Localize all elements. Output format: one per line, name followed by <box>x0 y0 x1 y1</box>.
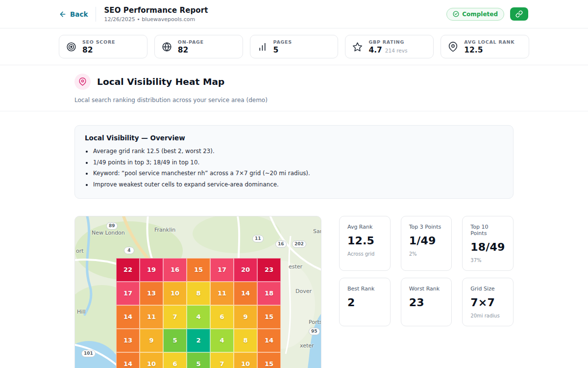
heatmap-cell[interactable]: 7 <box>210 352 234 368</box>
stat-card-pages: PAGES 5 <box>250 35 339 58</box>
stat-card-on-page: ON-PAGE 82 <box>154 35 243 58</box>
metric-label: Worst Rank <box>409 286 444 292</box>
overview-bullet: Keyword: “pool service manchester nh” ac… <box>85 169 503 178</box>
top-bar: Back SEO Performance Report 12/26/2025 •… <box>0 0 588 28</box>
metric-sub: Across grid <box>347 251 382 257</box>
heatmap-cell[interactable]: 15 <box>257 305 281 329</box>
heatmap-cell[interactable]: 14 <box>234 282 257 305</box>
share-link-button[interactable] <box>510 7 528 21</box>
globe-icon <box>162 42 172 52</box>
heatmap-cell[interactable]: 15 <box>257 352 281 368</box>
heatmap-cell[interactable]: 7 <box>163 305 187 329</box>
metric-value: 12.5 <box>347 235 382 247</box>
heatmap-cell[interactable]: 18 <box>257 282 281 305</box>
back-button[interactable]: Back <box>59 10 88 18</box>
metric-label: Top 3 Points <box>409 224 444 230</box>
heatmap-map[interactable]: New LondonFranklinSanfortesterDoverHillP… <box>74 216 321 368</box>
heatmap-cell[interactable]: 15 <box>187 258 210 282</box>
overview-bullet-list: Average grid rank 12.5 (best 2, worst 23… <box>85 147 503 189</box>
location-pin-icon <box>74 74 91 90</box>
route-badge: 89 <box>106 222 118 230</box>
heatmap-cell[interactable]: 23 <box>257 258 281 282</box>
map-town-label: New London <box>92 230 125 236</box>
stat-label: GBP RATING <box>368 39 407 45</box>
metric-card-worst-rank: Worst Rank 23 <box>401 278 452 326</box>
heatmap-cell[interactable]: 19 <box>140 258 163 282</box>
map-town-label: xeter <box>300 342 314 349</box>
heatmap-cell[interactable]: 6 <box>210 305 234 329</box>
metric-card-top10: Top 10 Points 18/49 37% <box>462 216 514 271</box>
heatmap-cell[interactable]: 16 <box>163 258 187 282</box>
metric-sub: 2% <box>409 251 444 257</box>
heatmap-cell[interactable]: 2 <box>187 329 210 352</box>
route-badge: 202 <box>292 240 306 248</box>
route-badge: 4 <box>124 247 134 254</box>
check-circle-icon <box>453 11 459 17</box>
metric-value: 7×7 <box>470 296 505 309</box>
map-town-label: Sanf <box>313 228 321 235</box>
heatmap-cell[interactable]: 13 <box>116 329 140 352</box>
stat-value: 5 <box>273 46 279 54</box>
map-town-label: Franklin <box>154 227 175 233</box>
stat-card-seo-score: SEO SCORE 82 <box>59 35 147 58</box>
back-label: Back <box>70 10 88 18</box>
overview-bullet: Average grid rank 12.5 (best 2, worst 23… <box>85 147 503 156</box>
stats-bar: SEO SCORE 82 ON-PAGE 82 PAGES 5 <box>0 28 588 65</box>
heatmap-cell[interactable]: 11 <box>140 305 163 329</box>
stat-value: 82 <box>178 46 189 54</box>
stat-value: 82 <box>82 46 93 54</box>
heatmap-cell[interactable]: 6 <box>163 352 187 368</box>
target-icon <box>66 42 76 52</box>
route-badge: 95 <box>309 328 320 335</box>
link-icon <box>515 10 523 18</box>
overview-bullet: Improve weakest outer cells to expand se… <box>85 181 503 189</box>
map-town-label: Dover <box>295 288 312 294</box>
heatmap-cell[interactable]: 8 <box>234 329 257 352</box>
heatmap-cell[interactable]: 5 <box>187 352 210 368</box>
stat-value: 12.5 <box>464 46 483 54</box>
heatmap-cell[interactable]: 4 <box>187 305 210 329</box>
overview-title: Local Visibility — Overview <box>85 134 503 142</box>
stat-label: PAGES <box>273 39 292 45</box>
page-title: SEO Performance Report <box>104 6 208 15</box>
header-divider <box>96 7 96 22</box>
heatmap-cell[interactable]: 14 <box>116 352 140 368</box>
map-town-label: Ports <box>309 319 321 325</box>
metric-sub: 37% <box>470 258 505 263</box>
heatmap-cell[interactable]: 14 <box>257 329 281 352</box>
heatmap-cell[interactable]: 11 <box>210 282 234 305</box>
metrics-grid: Avg Rank 12.5 Across grid Top 3 Points 1… <box>339 216 514 368</box>
metric-sub: 20mi radius <box>470 313 505 318</box>
heatmap-cell[interactable]: 14 <box>116 305 140 329</box>
bar-chart-icon <box>257 42 268 52</box>
stat-sub: 214 revs <box>385 48 408 53</box>
heatmap-cell[interactable]: 17 <box>210 258 234 282</box>
heatmap-cell[interactable]: 8 <box>187 282 210 305</box>
metric-value: 23 <box>409 296 444 309</box>
main-content: Local Visibility — Overview Average grid… <box>0 111 588 368</box>
map-town-label: ort <box>76 248 84 254</box>
heatmap-cell[interactable]: 10 <box>234 352 257 368</box>
heatmap-cell[interactable]: 13 <box>140 282 163 305</box>
back-arrow-icon <box>59 10 67 18</box>
stat-card-gbp-rating: GBP RATING 4.7214 revs <box>345 35 434 58</box>
heatmap-cell[interactable]: 10 <box>140 352 163 368</box>
heatmap-cell[interactable]: 20 <box>234 258 257 282</box>
heatmap-cell[interactable]: 10 <box>163 282 187 305</box>
map-town-label: ester <box>289 263 302 270</box>
heatmap-cell[interactable]: 5 <box>163 329 187 352</box>
stat-label: AVG LOCAL RANK <box>464 39 514 45</box>
status-label: Completed <box>462 11 498 18</box>
metric-label: Best Rank <box>347 286 382 292</box>
heatmap-cell[interactable]: 4 <box>210 329 234 352</box>
map-town-label: Hill <box>77 309 85 315</box>
metric-value: 2 <box>347 296 382 309</box>
heatmap-cell[interactable]: 22 <box>116 258 140 282</box>
heatmap-cell[interactable]: 17 <box>116 282 140 305</box>
metric-card-best-rank: Best Rank 2 <box>339 278 391 326</box>
metric-card-grid-size: Grid Size 7×7 20mi radius <box>462 278 514 326</box>
overview-bullet: 1/49 points in top 3; 18/49 in top 10. <box>85 158 503 167</box>
heatmap-cell[interactable]: 9 <box>140 329 163 352</box>
status-badge: Completed <box>446 8 504 21</box>
heatmap-cell[interactable]: 9 <box>234 305 257 329</box>
